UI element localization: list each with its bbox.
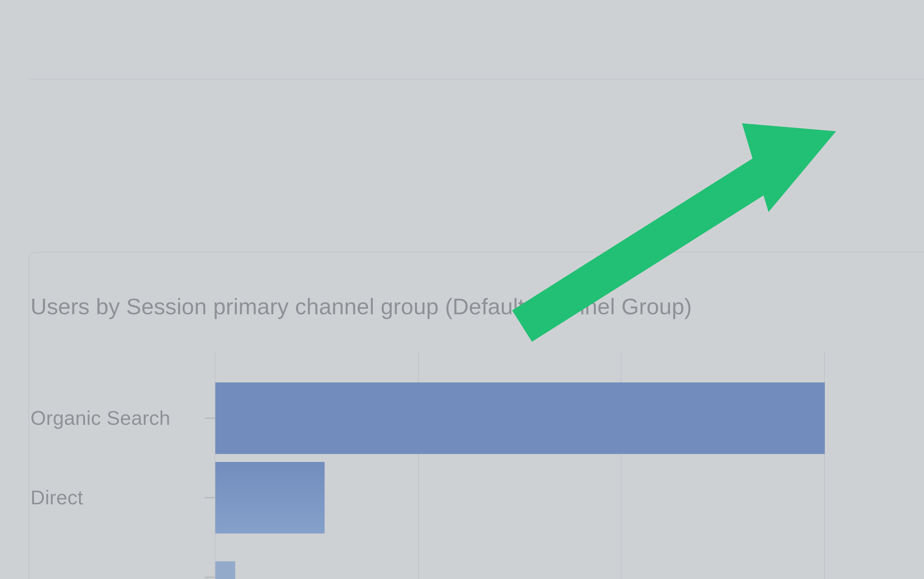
bar-segment[interactable] <box>215 382 825 454</box>
axis-tick <box>205 497 215 499</box>
chart-area: Organic Search Direct <box>29 352 924 579</box>
bar-label: Organic Search <box>29 407 205 430</box>
bar-label: Direct <box>29 487 205 509</box>
chart-card: Users by Session primary channel group (… <box>28 252 924 579</box>
bar-row-direct: Direct <box>29 458 924 538</box>
bar-row-extra <box>29 538 924 579</box>
date-range-bar: Last 28 days Jan 30 - Feb 26, 2024 <box>28 0 924 80</box>
chart-title: Users by Session primary channel group (… <box>29 252 924 319</box>
bar-segment[interactable] <box>215 561 235 579</box>
svg-marker-9 <box>742 123 836 212</box>
axis-tick <box>205 576 215 578</box>
bar-row-organic-search: Organic Search <box>29 379 924 458</box>
axis-tick <box>205 417 215 419</box>
bar-segment[interactable] <box>215 462 325 533</box>
